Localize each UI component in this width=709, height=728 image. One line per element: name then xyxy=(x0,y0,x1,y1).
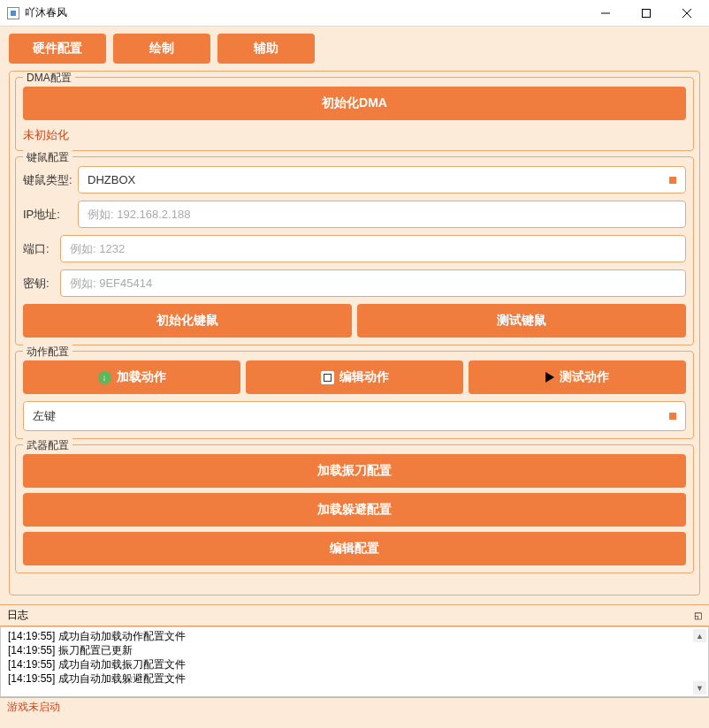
km-type-value: DHZBOX xyxy=(88,173,135,186)
weapon-group-title: 武器配置 xyxy=(23,438,72,453)
titlebar: 吖沐春风 xyxy=(0,0,709,27)
statusbar: 游戏未启动 xyxy=(0,697,709,717)
km-type-label: 键鼠类型: xyxy=(23,172,72,188)
test-action-label: 测试动作 xyxy=(560,369,609,385)
edit-icon xyxy=(321,371,334,384)
maximize-button[interactable] xyxy=(626,0,667,27)
scroll-up-button[interactable]: ▲ xyxy=(693,629,706,642)
edit-action-label: 编辑动作 xyxy=(339,369,389,385)
key-input[interactable] xyxy=(60,269,686,297)
log-line: [14:19:55] 振刀配置已更新 xyxy=(8,643,701,657)
log-title: 日志 xyxy=(7,608,28,623)
init-dma-button[interactable]: 初始化DMA xyxy=(23,87,686,120)
init-km-button[interactable]: 初始化键鼠 xyxy=(23,304,352,337)
play-icon xyxy=(545,372,554,383)
test-action-button[interactable]: 测试动作 xyxy=(469,360,686,394)
port-input[interactable] xyxy=(60,235,686,262)
load-action-button[interactable]: ↓ 加载动作 xyxy=(23,360,240,394)
weapon-group: 武器配置 加载振刀配置 加载躲避配置 编辑配置 xyxy=(15,444,694,573)
minimize-button[interactable] xyxy=(585,0,626,27)
download-icon: ↓ xyxy=(98,371,111,384)
log-line: [14:19:55] 成功自动加载躲避配置文件 xyxy=(8,671,701,686)
km-type-select[interactable]: DHZBOX xyxy=(78,166,686,193)
svg-rect-1 xyxy=(643,9,651,17)
tab-hardware[interactable]: 硬件配置 xyxy=(9,34,106,64)
edit-action-button[interactable]: 编辑动作 xyxy=(246,360,463,394)
dma-group-title: DMA配置 xyxy=(23,71,75,86)
ip-input[interactable] xyxy=(78,201,686,228)
action-select[interactable]: 左键 xyxy=(23,401,686,431)
app-body: 硬件配置 绘制 辅助 DMA配置 初始化DMA 未初始化 键鼠配置 键鼠类型: … xyxy=(0,27,709,728)
action-group: 动作配置 ↓ 加载动作 编辑动作 测试动作 左键 xyxy=(15,351,694,439)
load-action-label: 加载动作 xyxy=(117,369,166,385)
tab-draw[interactable]: 绘制 xyxy=(113,34,210,64)
dock-icon[interactable]: ◱ xyxy=(694,610,702,620)
log-line: [14:19:55] 成功自动加载振刀配置文件 xyxy=(8,657,701,671)
log-line: [14:19:55] 成功自动加载动作配置文件 xyxy=(8,629,701,643)
action-group-title: 动作配置 xyxy=(23,345,72,360)
window-controls xyxy=(585,0,707,27)
dma-group: DMA配置 初始化DMA 未初始化 xyxy=(15,77,694,151)
action-select-value: 左键 xyxy=(33,408,56,424)
main-panel: DMA配置 初始化DMA 未初始化 键鼠配置 键鼠类型: DHZBOX IP地址… xyxy=(9,71,700,595)
window-title: 吖沐春风 xyxy=(25,5,585,20)
load-shake-button[interactable]: 加载振刀配置 xyxy=(23,454,686,488)
app-icon xyxy=(7,7,19,19)
dma-status: 未初始化 xyxy=(23,127,686,143)
tabbar: 硬件配置 绘制 辅助 xyxy=(0,27,709,71)
edit-weapon-button[interactable]: 编辑配置 xyxy=(23,532,686,565)
tab-assist[interactable]: 辅助 xyxy=(217,34,315,64)
log-body: [14:19:55] 成功自动加载动作配置文件 [14:19:55] 振刀配置已… xyxy=(0,626,709,697)
chevron-down-icon xyxy=(669,413,676,420)
scroll-down-button[interactable]: ▼ xyxy=(693,681,706,694)
load-dodge-button[interactable]: 加载躲避配置 xyxy=(23,493,686,527)
km-group-title: 键鼠配置 xyxy=(23,150,72,165)
log-header: 日志 ◱ xyxy=(0,604,709,626)
port-label: 端口: xyxy=(23,241,55,257)
close-button[interactable] xyxy=(667,0,707,27)
km-group: 键鼠配置 键鼠类型: DHZBOX IP地址: 端口: 密钥: xyxy=(15,156,694,345)
chevron-down-icon xyxy=(669,177,676,184)
key-label: 密钥: xyxy=(23,276,55,292)
test-km-button[interactable]: 测试键鼠 xyxy=(357,304,686,337)
ip-label: IP地址: xyxy=(23,207,72,223)
